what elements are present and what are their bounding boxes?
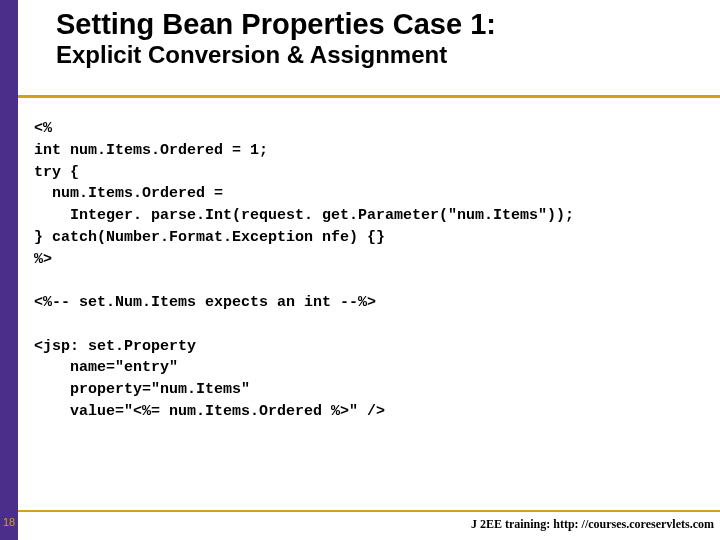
- header-divider: [18, 95, 720, 98]
- sidebar-accent: [0, 0, 18, 540]
- footer-divider: [18, 510, 720, 512]
- slide-subtitle: Explicit Conversion & Assignment: [56, 41, 700, 70]
- page-number: 18: [3, 516, 15, 528]
- slide-header: Setting Bean Properties Case 1: Explicit…: [18, 0, 720, 82]
- footer-text: J 2EE training: http: //courses.coreserv…: [471, 517, 714, 532]
- code-block: <% int num.Items.Ordered = 1; try { num.…: [34, 118, 708, 423]
- slide-title: Setting Bean Properties Case 1:: [56, 8, 700, 41]
